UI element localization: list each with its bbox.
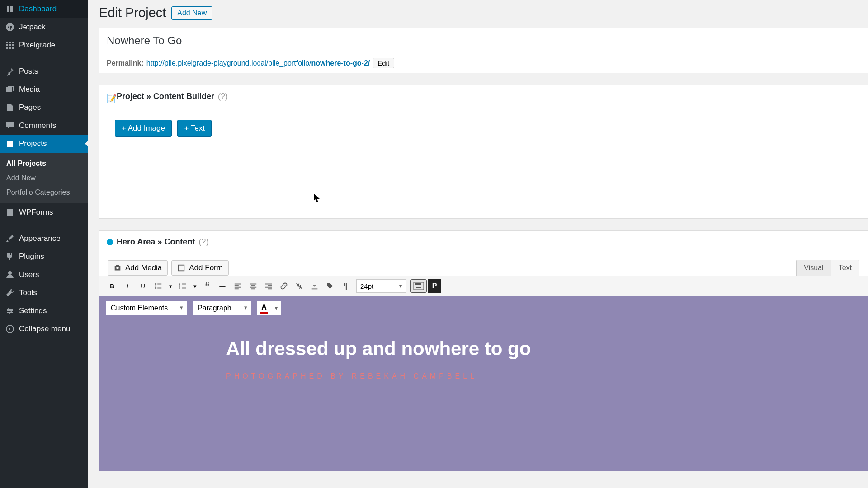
svg-rect-8 xyxy=(9,47,11,49)
add-text-button[interactable]: + Text xyxy=(177,120,212,137)
submenu-all-projects[interactable]: All Projects xyxy=(0,156,88,171)
sidebar-item-label: Tools xyxy=(19,288,37,297)
insert-button[interactable] xyxy=(307,279,322,293)
tab-visual[interactable]: Visual xyxy=(796,260,831,276)
forms-icon xyxy=(5,208,14,217)
sidebar-item-label: Pixelgrade xyxy=(19,41,55,50)
svg-point-22 xyxy=(155,287,157,289)
admin-sidebar: Dashboard Jetpack Pixelgrade Posts Media… xyxy=(0,0,88,488)
number-list-dropdown[interactable]: ▾ xyxy=(191,279,199,293)
sidebar-item-media[interactable]: Media xyxy=(0,80,88,99)
project-title-input[interactable] xyxy=(99,28,868,53)
custom-elements-select[interactable]: Custom Elements xyxy=(106,301,187,315)
fontsize-select[interactable]: 24pt xyxy=(356,279,406,293)
svg-rect-9 xyxy=(12,47,14,49)
section-title: Hero Area » Content xyxy=(117,237,195,247)
svg-rect-39 xyxy=(268,285,272,286)
align-left-button[interactable] xyxy=(231,279,245,293)
align-center-button[interactable] xyxy=(246,279,260,293)
sidebar-item-label: Users xyxy=(19,270,39,279)
pin-icon xyxy=(5,67,14,76)
text-color-button[interactable]: A xyxy=(257,301,271,315)
tab-text[interactable]: Text xyxy=(831,260,859,276)
sidebar-item-pages[interactable]: Pages xyxy=(0,99,88,117)
svg-rect-30 xyxy=(235,284,241,285)
sidebar-item-dashboard[interactable]: Dashboard xyxy=(0,0,88,18)
svg-rect-36 xyxy=(250,287,256,288)
svg-rect-7 xyxy=(6,47,8,49)
underline-button[interactable]: U xyxy=(136,279,150,293)
sidebar-item-label: Appearance xyxy=(19,234,61,243)
sidebar-item-label: Pages xyxy=(19,103,41,112)
bullet-list-button[interactable] xyxy=(151,279,165,293)
sidebar-item-tools[interactable]: Tools xyxy=(0,284,88,302)
add-form-button[interactable]: Add Form xyxy=(171,260,229,276)
sidebar-item-projects[interactable]: Projects xyxy=(0,135,88,153)
bold-button[interactable]: B xyxy=(105,279,119,293)
sidebar-item-users[interactable]: Users xyxy=(0,266,88,284)
svg-rect-45 xyxy=(418,283,420,285)
svg-point-13 xyxy=(10,310,12,312)
svg-rect-37 xyxy=(251,288,255,289)
svg-rect-29 xyxy=(182,288,186,289)
help-icon[interactable]: (?) xyxy=(198,237,208,247)
hr-button[interactable]: — xyxy=(215,279,230,293)
sidebar-submenu: All Projects Add New Portfolio Categorie… xyxy=(0,153,88,203)
sidebar-item-jetpack[interactable]: Jetpack xyxy=(0,18,88,36)
sidebar-item-pixelgrade[interactable]: Pixelgrade xyxy=(0,36,88,54)
svg-point-16 xyxy=(116,267,118,269)
svg-point-12 xyxy=(8,308,9,310)
svg-rect-2 xyxy=(9,42,11,43)
svg-rect-32 xyxy=(235,287,241,288)
unlink-button[interactable] xyxy=(292,279,307,293)
pixelgrade-icon xyxy=(5,41,14,50)
page-title: Edit Project xyxy=(99,5,166,20)
svg-rect-4 xyxy=(6,44,8,46)
user-icon xyxy=(5,270,14,279)
sidebar-item-wpforms[interactable]: WPForms xyxy=(0,203,88,221)
svg-point-18 xyxy=(155,283,157,285)
svg-rect-41 xyxy=(268,288,272,289)
svg-text:3: 3 xyxy=(179,286,180,289)
sidebar-item-label: Projects xyxy=(19,139,47,148)
editor-content[interactable]: All dressed up and nowhere to go PHOTOGR… xyxy=(99,320,868,471)
keyboard-button[interactable] xyxy=(410,279,427,293)
sidebar-item-appearance[interactable]: Appearance xyxy=(0,230,88,248)
italic-button[interactable]: I xyxy=(120,279,135,293)
jetpack-icon xyxy=(5,23,14,32)
add-media-button[interactable]: Add Media xyxy=(108,260,168,276)
svg-rect-25 xyxy=(182,284,186,285)
add-image-button[interactable]: + Add Image xyxy=(115,120,172,137)
submenu-add-new[interactable]: Add New xyxy=(0,171,88,185)
paragraph-button[interactable]: ¶ xyxy=(338,279,353,293)
submenu-portfolio-categories[interactable]: Portfolio Categories xyxy=(0,185,88,200)
blockquote-button[interactable]: ❝ xyxy=(200,279,214,293)
add-new-button[interactable]: Add New xyxy=(171,6,212,20)
sidebar-collapse[interactable]: Collapse menu xyxy=(0,320,88,338)
svg-rect-43 xyxy=(415,283,416,285)
align-right-button[interactable] xyxy=(261,279,276,293)
sidebar-item-settings[interactable]: Settings xyxy=(0,302,88,320)
svg-point-0 xyxy=(6,23,14,31)
sidebar-item-comments[interactable]: Comments xyxy=(0,117,88,135)
sidebar-item-label: Plugins xyxy=(19,252,44,261)
edit-permalink-button[interactable]: Edit xyxy=(373,58,394,68)
permalink-label: Permalink: xyxy=(107,59,144,67)
sidebar-item-label: Settings xyxy=(19,306,47,315)
sidebar-item-posts[interactable]: Posts xyxy=(0,62,88,80)
tag-button[interactable] xyxy=(323,279,337,293)
page-icon xyxy=(5,103,14,112)
sidebar-item-plugins[interactable]: Plugins xyxy=(0,248,88,266)
number-list-button[interactable]: 123 xyxy=(175,279,190,293)
link-button[interactable] xyxy=(277,279,291,293)
hero-area-panel: Hero Area » Content (?) Add Media Add Fo… xyxy=(99,230,868,471)
bullet-list-dropdown[interactable]: ▾ xyxy=(166,279,175,293)
svg-rect-17 xyxy=(179,265,184,271)
permalink-link[interactable]: http://pile.pixelgrade-playground.local/… xyxy=(146,59,370,67)
paragraph-select[interactable]: Paragraph xyxy=(193,301,251,315)
p-button[interactable]: P xyxy=(428,279,441,293)
text-color-dropdown[interactable]: ▾ xyxy=(271,301,281,315)
help-icon[interactable]: (?) xyxy=(218,92,228,101)
svg-rect-1 xyxy=(6,42,8,43)
title-panel: Permalink: http://pile.pixelgrade-playgr… xyxy=(99,28,868,73)
